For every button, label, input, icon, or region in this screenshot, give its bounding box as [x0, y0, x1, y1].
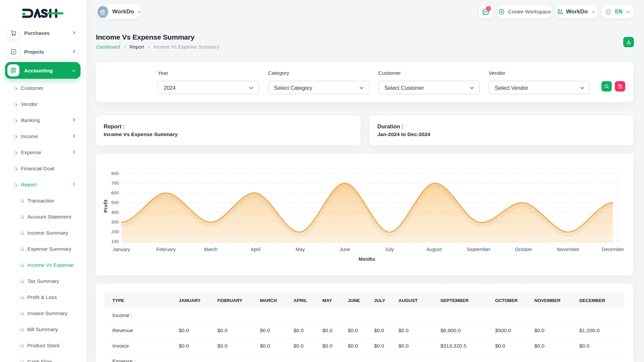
svg-text:600: 600 [111, 190, 119, 195]
svg-text:400: 400 [111, 210, 119, 215]
svg-text:March: March [204, 247, 217, 252]
svg-text:800: 800 [111, 171, 119, 176]
svg-text:December: December [602, 247, 624, 252]
svg-text:January: January [113, 247, 130, 252]
svg-text:July: July [385, 247, 394, 252]
svg-text:August: August [426, 247, 441, 252]
svg-text:100: 100 [111, 239, 119, 244]
svg-text:200: 200 [111, 229, 119, 234]
svg-text:October: October [515, 247, 532, 252]
svg-text:May: May [296, 247, 305, 252]
svg-text:September: September [467, 247, 491, 252]
svg-text:February: February [156, 247, 176, 252]
svg-text:Profit: Profit [103, 199, 108, 213]
svg-text:Months: Months [359, 256, 375, 262]
svg-text:June: June [339, 247, 350, 252]
svg-text:April: April [251, 247, 260, 252]
svg-text:500: 500 [111, 200, 119, 205]
svg-text:November: November [557, 247, 580, 252]
svg-text:700: 700 [111, 181, 119, 186]
svg-text:300: 300 [111, 220, 119, 225]
